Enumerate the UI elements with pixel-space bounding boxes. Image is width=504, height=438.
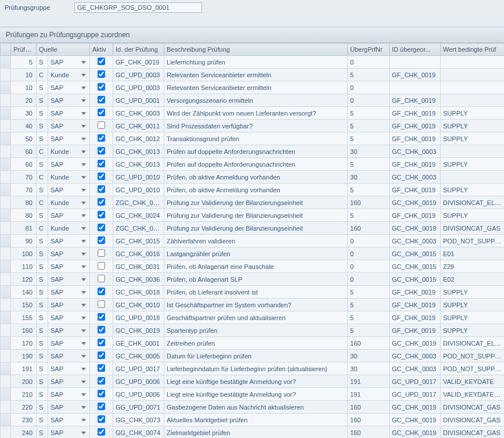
cell-uebergprfnr[interactable]: 0 (348, 273, 390, 286)
cell-quelle[interactable]: SAP (48, 94, 90, 107)
cell-beschreibung[interactable]: Gasbezogene Daten aus Nachricht aktualis… (164, 401, 348, 414)
cell-beschreibung[interactable]: Datum für Lieferbeginn prüfen (164, 350, 348, 362)
cell-uebergprfnr[interactable]: 160 (348, 196, 390, 209)
cell-quelle[interactable]: SAP (48, 401, 90, 414)
cell-quelle-key[interactable]: S (37, 324, 48, 337)
cell-id-uebergeordnet[interactable]: GC_UPD_0017 (390, 375, 441, 388)
cell-beschreibung[interactable]: Liegt eine künftige bestätigte Anmeldung… (164, 388, 348, 401)
cell-quelle[interactable]: SAP (48, 426, 90, 439)
aktiv-checkbox[interactable] (98, 58, 105, 65)
cell-quelle[interactable]: SAP (48, 388, 90, 401)
cell-uebergprfnr[interactable]: 0 (348, 94, 390, 107)
aktiv-checkbox[interactable] (98, 377, 105, 385)
row-selector[interactable] (1, 81, 11, 94)
cell-quelle-key[interactable]: S (37, 426, 48, 439)
cell-wert[interactable]: E01 (441, 247, 504, 260)
cell-beschreibung[interactable]: Relevanten Serviceanbieter ermitteln (164, 69, 348, 81)
cell-id[interactable]: ZGC_CHK_0024 (113, 222, 164, 235)
cell-quelle[interactable]: SAP (48, 235, 90, 247)
cell-aktiv[interactable] (90, 158, 113, 171)
cell-id[interactable]: GG_CHK_0073 (113, 414, 164, 426)
cell-id-uebergeordnet[interactable]: GC_CHK_0019 (390, 414, 441, 426)
table-row[interactable]: 200SSAPGC_UPD_0006Liegt eine künftige be… (1, 375, 505, 388)
cell-prufn[interactable]: 170 (11, 337, 37, 350)
cell-quelle-key[interactable]: S (37, 337, 48, 350)
cell-id[interactable]: GC_UPD_0003 (113, 69, 164, 81)
table-row[interactable]: 120SSAPGC_CHK_0036Prüfen, ob Anlagenart … (1, 273, 505, 286)
cell-wert[interactable]: SUPPLY (441, 120, 504, 132)
row-selector[interactable] (1, 273, 11, 286)
cell-prufn[interactable]: 110 (11, 260, 37, 273)
cell-quelle-key[interactable]: S (37, 375, 48, 388)
cell-id[interactable]: GC_UPD_0001 (113, 94, 164, 107)
cell-quelle[interactable]: SAP (48, 273, 90, 286)
cell-wert[interactable] (441, 56, 504, 69)
cell-wert[interactable]: DIVISIONCAT_GAS (441, 401, 504, 414)
cell-quelle[interactable]: Kunde (48, 222, 90, 235)
cell-prufn[interactable]: 240 (11, 426, 37, 439)
chevron-down-icon[interactable] (81, 342, 86, 345)
cell-quelle-key[interactable]: S (37, 260, 48, 273)
cell-beschreibung[interactable]: Prüfen, ob Lieferant insolvent ist (164, 286, 348, 299)
table-row[interactable]: 191SSAPGC_UPD_0017Lieferbeginndatum für … (1, 362, 505, 375)
cell-aktiv[interactable] (90, 388, 113, 401)
row-selector[interactable] (1, 56, 11, 69)
aktiv-checkbox[interactable] (98, 339, 105, 346)
chevron-down-icon[interactable] (81, 278, 86, 281)
cell-quelle-key[interactable]: S (37, 81, 48, 94)
chevron-down-icon[interactable] (81, 355, 86, 358)
cell-prufn[interactable]: 50 (11, 132, 37, 145)
cell-aktiv[interactable] (90, 311, 113, 324)
cell-prufn[interactable]: 155 (11, 311, 37, 324)
cell-beschreibung[interactable]: Ist Geschäftspartner im System vorhanden… (164, 299, 348, 311)
cell-beschreibung[interactable]: Geschäftspartner prüfen und aktualisiere… (164, 311, 348, 324)
cell-quelle-key[interactable]: C (37, 196, 48, 209)
cell-uebergprfnr[interactable]: 5 (348, 286, 390, 299)
cell-prufn[interactable]: 81 (11, 222, 37, 235)
cell-beschreibung[interactable]: Prüfung zur Validierung der Bilanzierung… (164, 196, 348, 209)
table-row[interactable]: 210SSAPGC_UPD_0006Liegt eine künftige be… (1, 388, 505, 401)
chevron-down-icon[interactable] (81, 291, 86, 294)
chevron-down-icon[interactable] (81, 329, 86, 332)
cell-id-uebergeordnet[interactable]: GF_CHK_0019 (390, 132, 441, 145)
row-selector[interactable] (1, 350, 11, 362)
cell-beschreibung[interactable]: Zielmarktgebiet prüfen (164, 426, 348, 439)
col-select[interactable] (1, 44, 11, 56)
cell-prufn[interactable]: 5 (11, 56, 37, 69)
cell-uebergprfnr[interactable]: 0 (348, 260, 390, 273)
cell-wert[interactable]: DIVISIONCAT_GAS (441, 426, 504, 439)
chevron-down-icon[interactable] (81, 317, 86, 319)
cell-id[interactable]: GG_UPD_0071 (113, 401, 164, 414)
table-row[interactable]: 230SSAPGG_CHK_0073Aktuelles Marktgebiet … (1, 414, 505, 426)
cell-aktiv[interactable] (90, 171, 113, 184)
cell-quelle-key[interactable]: S (37, 120, 48, 132)
cell-id-uebergeordnet[interactable] (390, 56, 441, 69)
cell-wert[interactable]: DIVISIONCAT_ELEC (441, 196, 504, 209)
row-selector[interactable] (1, 120, 11, 132)
cell-beschreibung[interactable]: Prüfen auf doppelte Anforderungsnachrich… (164, 158, 348, 171)
cell-beschreibung[interactable]: Relevanten Serviceanbieter ermitteln (164, 81, 348, 94)
cell-aktiv[interactable] (90, 362, 113, 375)
row-selector[interactable] (1, 375, 11, 388)
table-row[interactable]: 80SSAPGC_CHK_0024Prüfung zur Validierung… (1, 209, 505, 222)
col-beschreibung[interactable]: Beschreibung Prüfung (164, 44, 348, 56)
cell-beschreibung[interactable]: Lastgangzähler prüfen (164, 247, 348, 260)
aktiv-checkbox[interactable] (98, 364, 105, 372)
cell-id-uebergeordnet[interactable]: GF_CHK_0019 (390, 311, 441, 324)
cell-prufn[interactable]: 20 (11, 94, 37, 107)
cell-id-uebergeordnet[interactable]: GC_CHK_0015 (390, 260, 441, 273)
cell-id-uebergeordnet[interactable]: GF_CHK_0019 (390, 184, 441, 196)
cell-quelle[interactable]: Kunde (48, 171, 90, 184)
cell-aktiv[interactable] (90, 299, 113, 311)
cell-uebergprfnr[interactable]: 30 (348, 350, 390, 362)
row-selector[interactable] (1, 196, 11, 209)
cell-uebergprfnr[interactable]: 5 (348, 299, 390, 311)
cell-id[interactable]: GE_CHK_0001 (113, 337, 164, 350)
table-row[interactable]: 240SSAPGG_CHK_0074Zielmarktgebiet prüfen… (1, 426, 505, 439)
aktiv-checkbox[interactable] (98, 173, 105, 180)
cell-id-uebergeordnet[interactable]: GF_CHK_0019 (390, 120, 441, 132)
row-selector[interactable] (1, 132, 11, 145)
cell-quelle-key[interactable]: S (37, 414, 48, 426)
cell-id[interactable]: GC_UPD_0003 (113, 81, 164, 94)
aktiv-checkbox[interactable] (98, 262, 105, 270)
